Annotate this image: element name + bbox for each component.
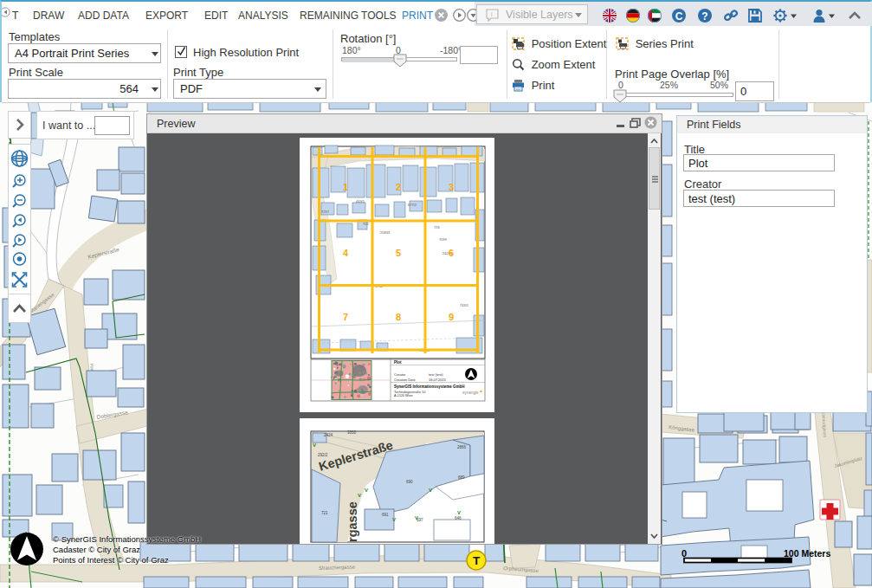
svg-text:Plot: Plot: [394, 360, 402, 365]
svg-text:8: 8: [396, 312, 401, 322]
svg-text:100 Meters: 100 Meters: [784, 548, 830, 559]
svg-text:0: 0: [681, 548, 687, 559]
svg-text:3050: 3050: [347, 430, 357, 435]
svg-text:7: 7: [343, 312, 348, 322]
svg-text:2: 2: [396, 182, 401, 192]
svg-text:1: 1: [343, 182, 348, 192]
svg-text:292/2: 292/2: [318, 453, 328, 457]
svg-text:7099: 7099: [439, 237, 448, 242]
svg-text:443/1: 443/1: [356, 199, 365, 204]
svg-text:6: 6: [449, 248, 454, 258]
svg-text:V: V: [313, 443, 316, 448]
svg-text:5: 5: [396, 248, 401, 258]
svg-text:V: V: [429, 488, 432, 493]
svg-text:rgasse: rgasse: [346, 501, 359, 542]
svg-text:646: 646: [455, 516, 462, 520]
svg-text:synergis: synergis: [462, 390, 479, 395]
svg-text:?: ?: [701, 10, 707, 23]
svg-text:V: V: [457, 510, 461, 515]
svg-text:T: T: [473, 554, 481, 567]
svg-text:V: V: [365, 488, 368, 493]
svg-text:V: V: [392, 517, 396, 522]
svg-text:Technologiestraße 10: Technologiestraße 10: [394, 391, 425, 394]
svg-text:25833: 25833: [380, 230, 391, 235]
svg-text:2424: 2424: [324, 433, 333, 437]
svg-text:16.07.2015: 16.07.2015: [429, 378, 447, 382]
svg-text:4: 4: [343, 248, 349, 258]
svg-text:V: V: [358, 493, 361, 498]
svg-text:i: i: [491, 10, 493, 18]
svg-text:Creator: Creator: [394, 372, 406, 377]
svg-text:3: 3: [449, 182, 454, 192]
svg-text:691: 691: [382, 513, 389, 517]
svg-text:743/1: 743/1: [460, 303, 469, 307]
svg-text:677/2: 677/2: [408, 203, 417, 207]
svg-text:7297: 7297: [321, 210, 330, 214]
svg-text:721: 721: [321, 511, 328, 515]
svg-text:689: 689: [458, 475, 465, 480]
svg-text:C: C: [675, 10, 683, 23]
svg-text:V: V: [415, 515, 418, 520]
svg-text:690: 690: [406, 480, 413, 484]
svg-text:SynerGIS Informationssysteme G: SynerGIS Informationssysteme GmbH: [394, 384, 465, 389]
svg-text:9: 9: [449, 312, 454, 322]
svg-text:A-1120 Wien: A-1120 Wien: [394, 394, 413, 397]
svg-text:2866: 2866: [457, 445, 467, 449]
svg-text:722: 722: [363, 222, 369, 226]
svg-text:726: 726: [434, 225, 440, 229]
svg-text:Creation Date: Creation Date: [394, 378, 416, 382]
svg-text:test (test): test (test): [429, 372, 443, 377]
